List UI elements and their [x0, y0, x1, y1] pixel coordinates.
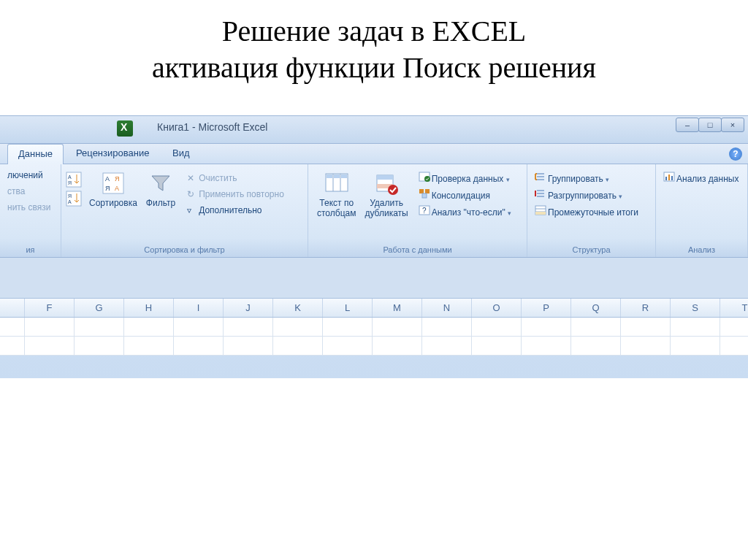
col-header[interactable]: P [522, 299, 571, 317]
cell[interactable] [273, 337, 323, 356]
tab-review[interactable]: Рецензирование [66, 144, 159, 164]
clear-filter-button: ✕Очистить [184, 170, 287, 186]
text-to-columns-button[interactable]: Текст по столбцам [313, 167, 360, 219]
col-header[interactable]: K [273, 299, 323, 317]
cell[interactable] [373, 337, 422, 356]
col-header[interactable]: N [422, 299, 472, 317]
minimize-button[interactable]: – [676, 118, 699, 132]
text-to-columns-icon [324, 170, 350, 196]
group-icon [535, 172, 548, 182]
group-outline-label: Структура [532, 245, 651, 256]
connections-item-3: нить связи [4, 199, 53, 215]
cell[interactable] [621, 337, 671, 356]
svg-rect-14 [327, 174, 332, 178]
sort-label: Сортировка [89, 199, 137, 209]
svg-text:A: A [115, 185, 119, 192]
cell[interactable] [174, 318, 224, 337]
group-connections: лючений ства нить связи ия [0, 164, 61, 257]
data-analysis-icon [663, 172, 676, 182]
cell[interactable] [373, 318, 422, 337]
svg-rect-18 [377, 175, 393, 180]
sort-button[interactable]: AЯЯA Сортировка [85, 167, 142, 209]
cell[interactable] [571, 318, 621, 337]
excel-icon [117, 120, 133, 137]
col-header[interactable]: M [373, 299, 422, 317]
cell[interactable] [224, 318, 273, 337]
close-button[interactable]: × [721, 118, 744, 132]
tab-data[interactable]: Данные [7, 144, 64, 164]
cell[interactable] [124, 337, 174, 356]
cell[interactable] [0, 318, 25, 337]
what-if-button[interactable]: ? Анализ "что-если" [416, 204, 514, 220]
remove-duplicates-button[interactable]: Удалить дубликаты [360, 167, 412, 219]
cell[interactable] [75, 318, 124, 337]
cell[interactable] [75, 337, 124, 356]
svg-point-22 [424, 176, 430, 182]
col-header[interactable]: G [75, 299, 124, 317]
sort-asc-icon[interactable]: AЯ [66, 172, 82, 188]
window-title: Книга1 - Microsoft Excel [157, 121, 267, 133]
subtotal-icon [535, 205, 548, 215]
col-header[interactable] [0, 299, 25, 317]
funnel-icon [148, 170, 174, 196]
group-connections-label: ия [4, 245, 56, 256]
cell[interactable] [671, 318, 720, 337]
cell[interactable] [422, 318, 472, 337]
col-header[interactable]: H [124, 299, 174, 317]
cell[interactable] [25, 318, 75, 337]
group-data-tools: Текст по столбцам Удалить дубликаты [308, 164, 527, 257]
group-sort-filter-label: Сортировка и фильтр [66, 245, 303, 256]
cell[interactable] [323, 318, 373, 337]
data-validation-button[interactable]: Проверка данных [416, 170, 514, 187]
tab-view[interactable]: Вид [162, 144, 200, 164]
ribbon: лючений ства нить связи ия AЯ ЯA [0, 164, 748, 258]
cell[interactable] [323, 337, 373, 356]
col-header[interactable]: F [25, 299, 75, 317]
cell[interactable] [621, 318, 671, 337]
col-header[interactable]: L [323, 299, 373, 317]
sort-desc-icon[interactable]: ЯA [66, 191, 82, 207]
col-header[interactable]: I [174, 299, 224, 317]
cell[interactable] [0, 337, 25, 356]
cell[interactable] [720, 318, 748, 337]
subtotal-button[interactable]: Промежуточные итоги [532, 204, 641, 220]
cell[interactable] [224, 337, 273, 356]
ungroup-button[interactable]: Разгруппировать [532, 187, 641, 204]
cell[interactable] [422, 337, 472, 356]
slide-title-line2: активация функции Поиск решения [152, 51, 596, 84]
advanced-filter-button[interactable]: ▿Дополнительно [184, 202, 287, 218]
data-analysis-button[interactable]: Анализ данных [660, 170, 741, 187]
consolidate-button[interactable]: Консолидация [416, 187, 514, 204]
col-header[interactable]: S [671, 299, 720, 317]
col-header[interactable]: Q [571, 299, 621, 317]
window-controls: – □ × [676, 118, 744, 132]
slide-title-line1: Решение задач в EXCEL [222, 15, 527, 47]
col-header[interactable]: J [224, 299, 273, 317]
spreadsheet-row [0, 318, 748, 337]
cell[interactable] [472, 318, 522, 337]
consolidate-icon [419, 188, 432, 199]
filter-button[interactable]: Фильтр [142, 167, 180, 209]
group-analysis-label: Анализ [660, 245, 743, 256]
maximize-button[interactable]: □ [698, 118, 722, 132]
connections-item-1[interactable]: лючений [4, 167, 53, 183]
svg-rect-33 [665, 177, 667, 180]
connections-item-2: ства [4, 183, 53, 199]
col-header[interactable]: R [621, 299, 671, 317]
cell[interactable] [522, 318, 571, 337]
cell[interactable] [472, 337, 522, 356]
help-icon[interactable]: ? [729, 147, 742, 161]
what-if-icon: ? [419, 205, 432, 215]
svg-point-20 [388, 185, 398, 195]
col-header[interactable]: T [720, 299, 748, 317]
cell[interactable] [720, 337, 748, 356]
cell[interactable] [273, 318, 323, 337]
cell[interactable] [522, 337, 571, 356]
cell[interactable] [671, 337, 720, 356]
cell[interactable] [571, 337, 621, 356]
group-rows-button[interactable]: Группировать [532, 170, 641, 187]
cell[interactable] [25, 337, 75, 356]
col-header[interactable]: O [472, 299, 522, 317]
cell[interactable] [124, 318, 174, 337]
cell[interactable] [174, 337, 224, 356]
